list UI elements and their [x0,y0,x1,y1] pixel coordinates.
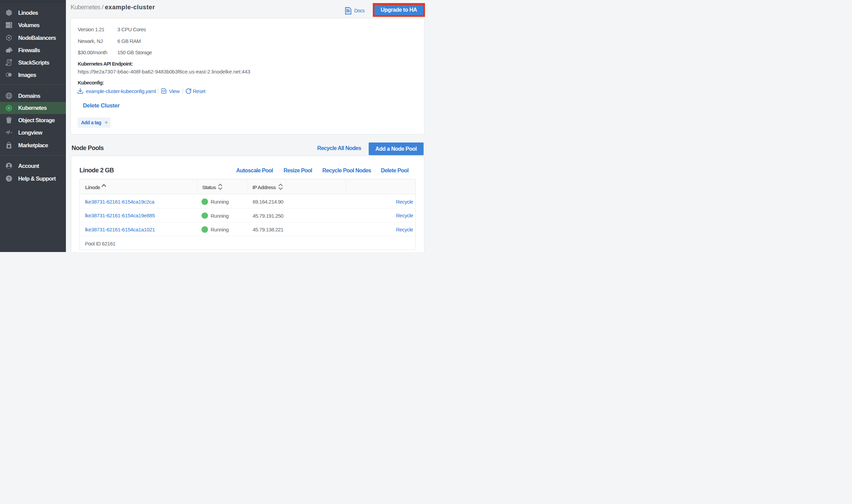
svg-text:?: ? [8,176,10,181]
